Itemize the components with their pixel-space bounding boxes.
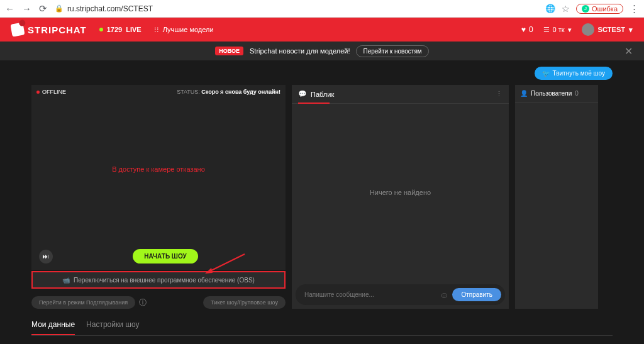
live-count: 1729 [107,26,122,33]
reload-icon[interactable]: ⟳ [39,3,47,14]
star-icon[interactable]: ☆ [562,4,570,14]
top-models-link[interactable]: ⁝⁝ Лучшие модели [154,26,214,34]
offline-dot-icon [36,91,40,94]
live-label: LIVE [126,26,141,33]
chat-icon: 💬 [298,90,307,98]
status-text: STATUS: Скоро я снова буду онлайн! [177,89,280,95]
heart-icon: ♥ [521,25,526,34]
users-count: 0 [575,90,579,97]
chat-header: 💬 Паблик ⋮ [292,85,509,104]
news-text: Stripchat новости для моделей! [250,47,350,55]
status-value: Скоро я снова буду онлайн! [201,89,280,95]
start-show-button[interactable]: НАЧАТЬ ШОУ [133,249,197,264]
tweet-button[interactable]: 🐦 Твитнуть моё шоу [535,67,613,80]
extension-dot-icon: J [582,5,589,13]
chat-empty-state: Ничего не найдено [292,104,509,280]
spy-mode-button[interactable]: Перейти в режим Подглядывания [31,296,135,309]
lock-icon: 🔒 [55,4,64,13]
chevron-down-icon: ▾ [629,26,633,34]
users-panel: 👤 Пользователи 0 [515,85,598,309]
camera-icon: 📹 [62,277,70,284]
back-icon[interactable]: ← [5,3,14,14]
skip-icon[interactable]: ⏭ [39,250,53,264]
chat-tab-label[interactable]: Паблик [311,91,334,98]
heart-count-value: 0 [529,25,533,34]
news-button[interactable]: Перейти к новостям [356,45,428,57]
chat-panel: 💬 Паблик ⋮ Ничего не найдено ☺ Отправить [292,85,509,309]
video-panel: OFFLINE STATUS: Скоро я снова буду онлай… [31,85,286,270]
camera-denied-message: В доступе к камере отказано [31,165,286,173]
token-value: 0 тк [553,26,565,33]
browser-toolbar: ← → ⟳ 🔒 ru.stripchat.com/SCTEST 🌐 ☆ J Ош… [0,0,644,18]
logo-icon [10,22,25,36]
extension-error-badge[interactable]: J Ошибка [576,4,623,14]
users-label: Пользователи [531,90,572,97]
offline-label: OFFLINE [42,89,66,95]
offline-badge: OFFLINE [36,89,66,95]
chevron-down-icon: ▾ [568,26,572,34]
obs-label: Переключиться на внешнее программное обе… [74,277,255,284]
chat-menu-icon[interactable]: ⋮ [496,90,502,98]
brand-text: STRIPCHAT [28,25,87,35]
user-menu[interactable]: SCTEST ▾ [582,23,633,36]
site-header: STRIPCHAT 1729 LIVE ⁝⁝ Лучшие модели ♥ 0… [0,18,644,42]
twitter-icon: 🐦 [542,70,550,77]
token-balance[interactable]: ☰ 0 тк ▾ [543,26,572,34]
tweet-label: Твитнуть моё шоу [553,70,606,77]
coins-icon: ☰ [543,26,550,34]
favorites-counter[interactable]: ♥ 0 [521,25,533,34]
address-bar[interactable]: 🔒 ru.stripchat.com/SCTEST [55,4,538,13]
grid-icon: ⁝⁝ [154,26,159,34]
emoji-icon[interactable]: ☺ [440,290,448,300]
user-icon: 👤 [520,90,528,97]
new-badge: НОВОЕ [215,47,243,55]
forward-icon[interactable]: → [22,3,31,14]
live-dot-icon [99,28,103,31]
username: SCTEST [598,26,625,33]
help-icon[interactable]: ⓘ [139,297,147,308]
top-models-label: Лучшие модели [163,26,214,33]
close-icon[interactable]: ✕ [625,45,633,57]
tab-show-settings[interactable]: Настройки шоу [86,320,139,335]
chat-input-row: ☺ Отправить [296,284,505,305]
status-prefix: STATUS: [177,89,200,95]
browser-menu-icon[interactable]: ⋮ [630,3,639,14]
tab-my-data[interactable]: Мои данные [31,320,75,335]
translate-icon[interactable]: 🌐 [545,4,555,13]
live-indicator[interactable]: 1729 LIVE [99,26,142,33]
avatar [582,23,594,36]
ticket-show-button[interactable]: Тикет шоу/Групповое шоу [203,296,286,309]
news-banner: НОВОЕ Stripchat новости для моделей! Пер… [0,42,644,60]
bottom-tabs: Мои данные Настройки шоу [31,320,613,336]
error-label: Ошибка [592,5,618,13]
obs-switch-button[interactable]: 📹 Переключиться на внешнее программное о… [31,271,286,289]
logo[interactable]: STRIPCHAT [11,23,87,36]
chat-input[interactable] [299,289,436,301]
url-text: ru.stripchat.com/SCTEST [67,4,153,13]
send-button[interactable]: Отправить [452,288,501,301]
